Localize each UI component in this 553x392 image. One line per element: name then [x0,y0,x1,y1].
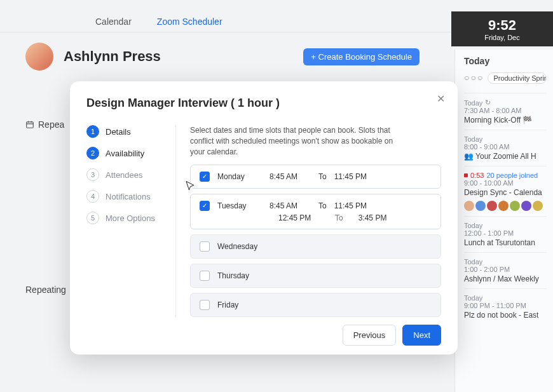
tab-calendar[interactable]: Calendar [95,17,132,27]
checkbox-monday[interactable] [200,172,210,182]
checkbox-thursday[interactable] [200,271,210,281]
repeating-section-label: Repea [25,119,64,130]
step-availability[interactable]: 2Availability [86,147,175,159]
agenda-heading: Today [464,56,547,66]
agenda-event[interactable]: Today 8:00 - 9:00 AM 👥 Your Zoomie All H [464,130,547,166]
avatar [25,43,53,71]
svg-rect-0 [27,122,34,128]
booking-modal: ✕ Design Manager Interview ( 1 hour ) 1D… [70,81,458,355]
next-button[interactable]: Next [402,325,441,346]
step-notifications[interactable]: 4Notifications [86,190,175,203]
modal-description: Select dates and time slots that people … [190,125,406,157]
modal-steps: 1Details 2Availability 3Attendees 4Notif… [86,125,175,317]
calendar-repeat-icon [25,120,34,129]
agenda-panel: Today ○○○ Productivity Sprin Today ↻ 7:3… [454,50,553,392]
step-more-options[interactable]: 5More Options [86,212,175,224]
create-booking-schedule-button[interactable]: + Create Booking Schedule [303,48,420,65]
day-card-thursday[interactable]: Thursday [190,264,441,288]
agenda-chip[interactable]: Productivity Sprin [488,72,547,84]
checkbox-friday[interactable] [200,300,210,310]
checkbox-tuesday[interactable] [200,201,210,211]
checkbox-wednesday[interactable] [200,241,210,252]
more-icon[interactable]: ○○○ [464,72,484,84]
agenda-event[interactable]: Today ↻ 7:30 AM - 8:00 AM Morning Kick-O… [464,93,547,130]
step-details[interactable]: 1Details [86,125,175,138]
modal-content: Select dates and time slots that people … [175,125,441,317]
agenda-event[interactable]: Today 12:00 - 1:00 PM Lunch at Tsurutont… [464,216,547,252]
attendee-avatars [464,201,547,211]
repeating-section-label-2: Repeating [25,285,66,295]
step-attendees[interactable]: 3Attendees [86,168,175,181]
profile-name: Ashlynn Press [64,48,161,65]
agenda-event[interactable]: 0:53 20 people joined 9:00 - 10:00 AM De… [464,166,547,216]
day-card-friday[interactable]: Friday [190,293,441,317]
clock-time: 9:52 [488,17,516,34]
agenda-event[interactable]: Today 9:00 PM - 11:00 PM Plz do not book… [464,288,547,325]
repeat-icon: ↻ [485,98,491,107]
close-icon[interactable]: ✕ [437,93,445,105]
day-card-wednesday[interactable]: Wednesday [190,234,441,259]
record-icon [464,173,468,177]
day-card-tuesday[interactable]: Tuesday 8:45 AM To 11:45 PM 12:45 PM To … [190,194,441,229]
modal-title: Design Manager Interview ( 1 hour ) [86,97,441,110]
tab-zoom-scheduler[interactable]: Zoom Scheduler [157,17,222,27]
day-card-monday[interactable]: Monday 8:45 AM To 11:45 PM [190,165,441,189]
previous-button[interactable]: Previous [343,325,397,346]
agenda-event[interactable]: Today 1:00 - 2:00 PM Ashlynn / Max Weekl… [464,252,547,288]
